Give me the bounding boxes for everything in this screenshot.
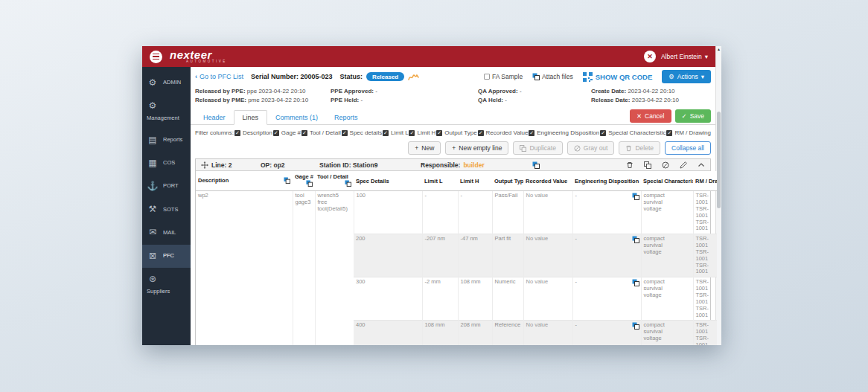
delete-button[interactable]: Delete bbox=[619, 141, 660, 155]
checkbox-icon[interactable]: ✓ bbox=[273, 130, 279, 136]
tab-lines[interactable]: Lines bbox=[234, 110, 268, 125]
sidebar-item-cos[interactable]: ▦ COS bbox=[142, 152, 191, 175]
chevron-up-icon[interactable] bbox=[698, 162, 705, 167]
new-empty-line-button[interactable]: + New empty line bbox=[445, 141, 508, 155]
release-date: Release Date: 2023-04-22 20:10 bbox=[591, 96, 679, 105]
special-characteristic-cell: compact survival voltage bbox=[641, 234, 693, 277]
checkbox-icon[interactable]: ✓ bbox=[529, 130, 534, 136]
filter-output-type[interactable]: ✓Output Type bbox=[436, 129, 476, 136]
scroll-up-icon[interactable]: ▲ bbox=[717, 47, 721, 51]
checkbox-icon[interactable]: ✓ bbox=[301, 130, 307, 136]
checkbox-icon[interactable] bbox=[484, 74, 490, 80]
line-number: Line: 2 bbox=[211, 161, 258, 169]
save-button[interactable]: ✓ Save bbox=[675, 109, 712, 123]
copy-icon[interactable] bbox=[532, 161, 540, 169]
copy-icon[interactable] bbox=[284, 177, 290, 184]
sidebar-item-admin[interactable]: ⚙ ADMIN bbox=[142, 71, 191, 94]
hamburger-menu-icon[interactable] bbox=[150, 51, 162, 63]
gear-icon: ⚙ bbox=[147, 101, 159, 111]
description-cell: wp2 bbox=[196, 191, 293, 345]
app-window: nexteer automotive ✕ Albert Einstein ▾ ▲… bbox=[142, 46, 721, 345]
checkbox-icon[interactable]: ✓ bbox=[409, 130, 415, 136]
collapse-all-button[interactable]: Collapse all bbox=[665, 141, 711, 155]
filter-rm-drawing[interactable]: ✓RM / Drawing bbox=[666, 129, 710, 136]
filter-limit-h[interactable]: ✓Limit H bbox=[409, 129, 435, 136]
recorded-value-cell: No value bbox=[523, 234, 572, 277]
duplicate-icon bbox=[520, 145, 526, 152]
copy-icon[interactable] bbox=[632, 279, 639, 286]
limit-h-cell: 108 mm bbox=[458, 277, 492, 321]
move-icon[interactable] bbox=[201, 161, 208, 169]
copy-icon[interactable] bbox=[632, 236, 639, 243]
show-qr-code-label: SHOW QR CODE bbox=[596, 73, 653, 81]
line-op: OP: op2 bbox=[261, 161, 316, 169]
filter-engineering-disposition[interactable]: ✓Engineering Disposition bbox=[529, 129, 599, 136]
checkbox-icon[interactable]: ✓ bbox=[234, 130, 240, 136]
close-icon: ✕ bbox=[636, 112, 642, 120]
actions-button[interactable]: ⚙ Actions ▾ bbox=[662, 70, 711, 83]
checkbox-icon[interactable]: ✓ bbox=[342, 130, 348, 136]
checkbox-icon[interactable]: ✓ bbox=[600, 130, 606, 136]
logo-avatar-icon[interactable]: ✕ bbox=[644, 51, 656, 62]
sidebar-item-management[interactable]: ⚙ Management bbox=[142, 94, 191, 128]
ban-icon bbox=[574, 145, 581, 152]
back-chevron-icon: ‹ bbox=[195, 73, 197, 80]
tab-comments[interactable]: Comments (1) bbox=[267, 111, 326, 124]
tab-reports[interactable]: Reports bbox=[326, 111, 366, 124]
pencil-icon[interactable] bbox=[680, 161, 687, 169]
sidebar-item-label: PFC bbox=[163, 253, 174, 259]
copy-icon[interactable] bbox=[632, 322, 639, 330]
scrollbar-thumb[interactable] bbox=[717, 112, 721, 208]
cancel-button[interactable]: ✕ Cancel bbox=[630, 109, 671, 123]
copy-icon[interactable] bbox=[345, 180, 351, 187]
checkbox-icon[interactable]: ✓ bbox=[436, 130, 442, 136]
responsible-value[interactable]: builder bbox=[463, 161, 484, 169]
filter-recorded-value[interactable]: ✓Recorded Value bbox=[478, 129, 529, 136]
recorded-value-cell: No value bbox=[523, 191, 572, 234]
pfc-icon: ⊠ bbox=[147, 251, 159, 261]
sidebar-item-label: PORT bbox=[163, 183, 179, 189]
table-toolbar: + New + New empty line Duplicate Gray ou… bbox=[191, 140, 715, 158]
ban-icon[interactable] bbox=[662, 161, 669, 169]
sidebar-item-suppliers[interactable]: ⊛ Suppliers bbox=[142, 268, 191, 301]
duplicate-button[interactable]: Duplicate bbox=[513, 141, 562, 155]
spec-cell: 100 bbox=[354, 191, 422, 234]
sidebar-item-port[interactable]: ⚓ PORT bbox=[142, 175, 191, 198]
gray-out-button[interactable]: Gray out bbox=[567, 141, 615, 155]
tab-header[interactable]: Header bbox=[195, 111, 234, 124]
sidebar-item-label: SOTS bbox=[163, 207, 178, 213]
mail-icon: ✉ bbox=[147, 228, 159, 237]
show-qr-code-button[interactable]: SHOW QR CODE bbox=[583, 72, 653, 82]
filter-description[interactable]: ✓Description bbox=[234, 129, 272, 136]
sidebar-item-mail[interactable]: ✉ MAIL bbox=[142, 221, 191, 244]
sidebar-item-label: Reports bbox=[163, 137, 182, 143]
port-icon: ⚓ bbox=[147, 181, 159, 191]
back-to-pfc-list-link[interactable]: ‹ Go to PFC List bbox=[195, 73, 243, 80]
checkbox-icon[interactable]: ✓ bbox=[383, 130, 389, 136]
copy-icon[interactable] bbox=[306, 180, 313, 187]
copy-icon[interactable] bbox=[632, 193, 639, 200]
attach-files-button[interactable]: Attach files bbox=[532, 73, 573, 80]
duplicate-icon[interactable] bbox=[644, 161, 651, 169]
sidebar-item-pfc[interactable]: ⊠ PFC bbox=[142, 245, 191, 268]
check-icon: ✓ bbox=[682, 112, 687, 120]
checkbox-icon[interactable]: ✓ bbox=[666, 130, 672, 136]
sidebar-item-reports[interactable]: ▤ Reports bbox=[142, 129, 191, 152]
filter-gage[interactable]: ✓Gage # bbox=[273, 129, 301, 136]
checkbox-icon[interactable]: ✓ bbox=[478, 130, 484, 136]
top-bar: nexteer automotive ✕ Albert Einstein ▾ bbox=[142, 46, 715, 67]
filter-tool-detail[interactable]: ✓Tool / Detail bbox=[301, 129, 341, 136]
filter-spec-details[interactable]: ✓Spec details bbox=[342, 129, 383, 136]
filter-limit-l[interactable]: ✓Limit L bbox=[383, 129, 409, 136]
meta-info: Released by PPE: ppe 2023-04-22 20:10 Re… bbox=[191, 85, 715, 109]
new-button[interactable]: + New bbox=[408, 141, 441, 155]
filter-special-characteristic[interactable]: ✓Special Characteristic bbox=[600, 129, 666, 136]
sidebar-item-label: Suppliers bbox=[147, 289, 170, 295]
user-menu[interactable]: Albert Einstein ▾ bbox=[661, 53, 708, 60]
fa-sample-label: FA Sample bbox=[492, 73, 523, 80]
sidebar-item-sots[interactable]: ⚒ SOTS bbox=[142, 198, 191, 221]
trash-icon[interactable] bbox=[626, 161, 634, 169]
reports-icon: ▤ bbox=[147, 135, 159, 145]
fa-sample-checkbox[interactable]: FA Sample bbox=[484, 73, 523, 80]
limit-l-cell: -2 mm bbox=[422, 277, 458, 321]
